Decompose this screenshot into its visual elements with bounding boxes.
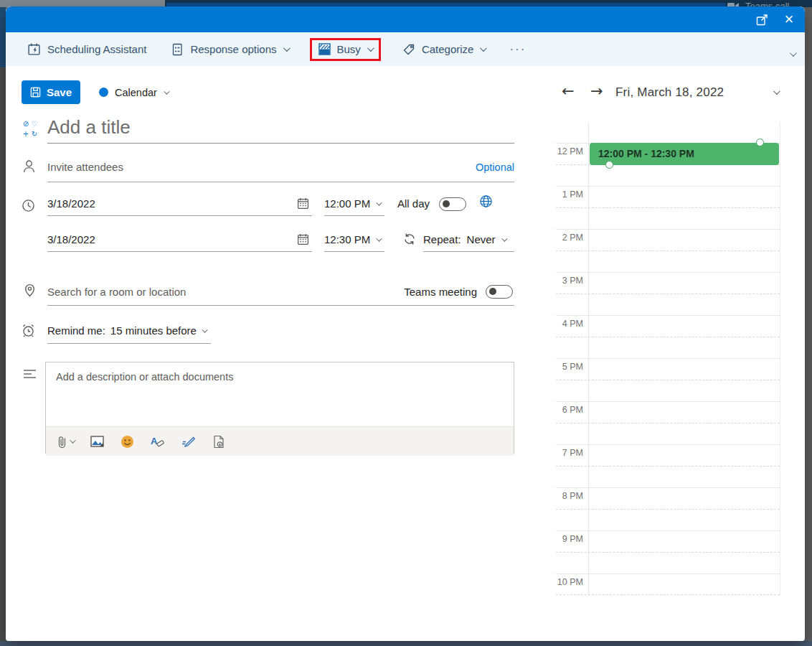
next-day-button[interactable]: → (590, 84, 603, 99)
reminder-field[interactable]: Remind me: 15 minutes before (47, 318, 211, 344)
hour-label: 12 PM (556, 146, 583, 156)
hour-label: 6 PM (556, 405, 583, 415)
start-time-field[interactable]: 12:00 PM (324, 192, 384, 216)
more-options-button[interactable]: ··· (509, 42, 526, 57)
location-field-wrap: Teams meeting (47, 278, 514, 306)
insert-emoji-button[interactable] (121, 435, 134, 449)
hour-row[interactable]: 7 PM (556, 444, 780, 487)
charm-glyph: ↻ (30, 130, 39, 140)
calendar-picker[interactable]: Calendar (99, 80, 168, 104)
toggle-knob (489, 288, 496, 295)
hour-label: 9 PM (556, 534, 583, 544)
response-options-button[interactable]: Response options (171, 43, 288, 56)
charm-glyph: ♡ (30, 120, 39, 130)
close-icon: × (785, 11, 794, 27)
start-date-field[interactable]: 3/18/2022 (47, 192, 312, 216)
hour-row[interactable]: 1 PM (556, 186, 780, 229)
hour-row[interactable]: 4 PM (556, 315, 780, 358)
teams-meeting-toggle[interactable] (486, 285, 513, 299)
attendees-input[interactable] (47, 161, 476, 173)
end-time-field[interactable]: 12:30 PM (324, 228, 384, 252)
charm-picker-icon[interactable]: ⊘ ♡ + ↻ (22, 120, 40, 140)
half-hour-line (556, 509, 780, 510)
categorize-button[interactable]: Categorize (402, 43, 486, 56)
hour-label: 10 PM (556, 577, 583, 587)
end-date-value: 3/18/2022 (47, 233, 95, 245)
categorize-label: Categorize (422, 43, 474, 55)
end-date-field[interactable]: 3/18/2022 (47, 228, 312, 252)
save-floppy-icon (30, 87, 41, 98)
chevron-down-icon (367, 45, 374, 52)
insert-file-button[interactable] (213, 435, 225, 449)
response-options-label: Response options (190, 43, 276, 55)
busy-status-highlight-box: Busy (310, 38, 381, 61)
busy-status-icon (318, 43, 331, 55)
close-button[interactable]: × (776, 6, 802, 32)
half-hour-line (556, 251, 780, 251)
busy-status-button[interactable]: Busy (318, 43, 372, 55)
reminder-label: Remind me: (47, 324, 105, 337)
repeat-field[interactable]: Repeat: Never (423, 228, 514, 252)
half-hour-line (556, 294, 780, 294)
half-hour-line (556, 337, 780, 337)
attach-file-button[interactable] (57, 435, 74, 449)
title-field-wrap (47, 112, 514, 144)
hour-row[interactable]: 2 PM (556, 229, 780, 272)
popout-button[interactable] (749, 6, 775, 32)
editor-toolbar: A (46, 426, 514, 456)
attendees-field-wrap: Optional (47, 152, 514, 182)
alarm-icon (21, 323, 36, 338)
save-button[interactable]: Save (22, 80, 80, 104)
description-lines-icon (23, 369, 37, 379)
save-label: Save (47, 86, 72, 98)
hour-row[interactable]: 6 PM (556, 401, 780, 444)
location-input[interactable] (47, 286, 395, 298)
scheduling-assistant-icon (27, 42, 41, 56)
day-view-date-label: Fri, March 18, 2022 (615, 85, 724, 100)
emoji-icon (121, 435, 134, 449)
hour-label: 1 PM (556, 189, 583, 200)
previous-day-button[interactable]: ← (562, 84, 575, 99)
repeat-label: Repeat: (423, 233, 461, 245)
optional-attendees-link[interactable]: Optional (476, 162, 514, 173)
timezone-globe-icon[interactable] (479, 195, 493, 208)
event-resize-handle-top[interactable] (756, 139, 764, 146)
hour-label: 7 PM (556, 448, 583, 458)
date-calendar-icon (297, 233, 309, 245)
scheduling-assistant-button[interactable]: Scheduling Assistant (27, 42, 146, 56)
draw-pen-icon (181, 435, 197, 448)
hour-row[interactable]: 5 PM (556, 358, 780, 401)
popout-icon (756, 14, 768, 26)
date-calendar-icon (297, 197, 309, 210)
chevron-down-icon (70, 437, 75, 443)
all-day-label: All day (397, 197, 430, 210)
scheduling-assistant-label: Scheduling Assistant (47, 43, 146, 55)
repeat-value: Never (467, 233, 496, 245)
hour-row[interactable]: 9 PM (556, 530, 780, 574)
clock-icon (22, 199, 35, 212)
title-input[interactable] (47, 112, 514, 143)
hour-row[interactable]: 10 PM (556, 574, 780, 595)
clear-formatting-button[interactable]: A (151, 435, 165, 448)
half-hour-line (556, 552, 780, 553)
hour-row[interactable]: 8 PM (556, 487, 780, 530)
insert-file-icon (213, 435, 225, 449)
toggle-knob (443, 200, 450, 207)
event-compose-dialog: × Scheduling Assistant Response (6, 6, 805, 641)
chevron-down-icon (376, 235, 382, 241)
location-pin-icon (23, 283, 37, 297)
draw-pen-button[interactable] (181, 435, 197, 448)
repeat-icon (402, 232, 417, 246)
insert-image-button[interactable] (90, 436, 104, 447)
calendar-event-block[interactable]: 12:00 PM - 12:30 PM (590, 143, 779, 165)
svg-text:A: A (151, 436, 158, 446)
day-view-date-chevron[interactable] (773, 88, 780, 95)
all-day-toggle[interactable] (439, 197, 466, 211)
person-icon (22, 159, 37, 174)
description-input[interactable] (46, 362, 514, 423)
end-time-value: 12:30 PM (324, 233, 370, 245)
event-resize-handle-bottom[interactable] (605, 161, 613, 169)
day-calendar-grid[interactable]: 12 PM 1 PM 2 PM 3 PM 4 PM 5 PM 6 PM 7 P (556, 122, 780, 596)
hour-row[interactable]: 3 PM (556, 272, 780, 315)
background-edge (0, 67, 6, 641)
